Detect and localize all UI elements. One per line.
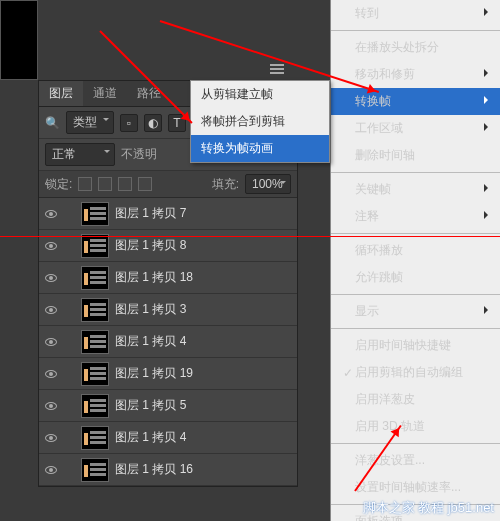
layer-thumbnail	[81, 330, 109, 354]
layer-name: 图层 1 拷贝 16	[115, 461, 297, 478]
separator	[331, 30, 500, 31]
submenu-flatten-frames[interactable]: 将帧拼合到剪辑	[191, 108, 329, 135]
frames-submenu: 从剪辑建立帧 将帧拼合到剪辑 转换为帧动画	[190, 80, 330, 163]
layer-name: 图层 1 拷贝 18	[115, 269, 297, 286]
layer-thumbnail	[81, 458, 109, 482]
layer-thumbnail	[81, 394, 109, 418]
layer-row[interactable]: 图层 1 拷贝 3	[39, 294, 297, 326]
visibility-eye-icon[interactable]	[39, 306, 63, 314]
document-canvas	[0, 0, 38, 80]
menu-enable-shortcuts[interactable]: 启用时间轴快捷键	[331, 332, 500, 359]
lock-label: 锁定:	[45, 176, 72, 193]
menu-delete-timeline[interactable]: 删除时间轴	[331, 142, 500, 169]
search-icon: 🔍	[45, 116, 60, 130]
layer-name: 图层 1 拷贝 3	[115, 301, 297, 318]
layer-thumbnail	[81, 362, 109, 386]
visibility-eye-icon[interactable]	[39, 370, 63, 378]
visibility-eye-icon[interactable]	[39, 274, 63, 282]
fill-value-dropdown[interactable]: 100%	[245, 174, 291, 194]
layer-thumbnail	[81, 426, 109, 450]
menu-split-playhead[interactable]: 在播放头处拆分	[331, 34, 500, 61]
layer-row[interactable]: 图层 1 拷贝 18	[39, 262, 297, 294]
watermark-text: 脚本之家 教程 jb51.net	[363, 499, 495, 517]
layer-name: 图层 1 拷贝 19	[115, 365, 297, 382]
fill-label: 填充:	[212, 176, 239, 193]
timeline-flyout-menu: 转到 在播放头处拆分 移动和修剪 转换帧 工作区域 删除时间轴 关键帧 注释 循…	[330, 0, 500, 521]
lock-position-icon[interactable]	[118, 177, 132, 191]
layer-name: 图层 1 拷贝 5	[115, 397, 297, 414]
tab-channels[interactable]: 通道	[83, 81, 127, 106]
submenu-make-frames[interactable]: 从剪辑建立帧	[191, 81, 329, 108]
separator	[331, 233, 500, 234]
menu-goto[interactable]: 转到	[331, 0, 500, 27]
menu-convert-frames[interactable]: 转换帧	[331, 88, 500, 115]
separator	[331, 443, 500, 444]
layer-thumbnail	[81, 202, 109, 226]
menu-loop[interactable]: 循环播放	[331, 237, 500, 264]
layer-row[interactable]: 图层 1 拷贝 5	[39, 390, 297, 422]
layer-name: 图层 1 拷贝 8	[115, 237, 297, 254]
visibility-eye-icon[interactable]	[39, 466, 63, 474]
menu-work-area[interactable]: 工作区域	[331, 115, 500, 142]
lock-all-icon[interactable]	[138, 177, 152, 191]
menu-onion-settings[interactable]: 洋葱皮设置...	[331, 447, 500, 474]
layer-name: 图层 1 拷贝 7	[115, 205, 297, 222]
menu-show[interactable]: 显示	[331, 298, 500, 325]
separator	[331, 328, 500, 329]
separator	[331, 172, 500, 173]
menu-enable-3d[interactable]: 启用 3D 轨道	[331, 413, 500, 440]
menu-keyframes[interactable]: 关键帧	[331, 176, 500, 203]
separator	[331, 294, 500, 295]
visibility-eye-icon[interactable]	[39, 210, 63, 218]
panel-flyout-button[interactable]	[270, 62, 290, 76]
opacity-label: 不透明	[121, 146, 157, 163]
visibility-eye-icon[interactable]	[39, 242, 63, 250]
visibility-eye-icon[interactable]	[39, 402, 63, 410]
menu-comments[interactable]: 注释	[331, 203, 500, 230]
layer-row[interactable]: 图层 1 拷贝 8	[39, 230, 297, 262]
filter-pixel-icon[interactable]: ▫	[120, 114, 138, 132]
layer-row[interactable]: 图层 1 拷贝 19	[39, 358, 297, 390]
menu-enable-onion[interactable]: 启用洋葱皮	[331, 386, 500, 413]
lock-transparency-icon[interactable]	[78, 177, 92, 191]
submenu-convert-frame-animation[interactable]: 转换为帧动画	[191, 135, 329, 162]
tab-layers[interactable]: 图层	[39, 81, 83, 106]
layer-thumbnail	[81, 298, 109, 322]
filter-kind-dropdown[interactable]: 类型	[66, 111, 114, 134]
layer-thumbnail	[81, 234, 109, 258]
layer-row[interactable]: 图层 1 拷贝 7	[39, 198, 297, 230]
layer-name: 图层 1 拷贝 4	[115, 429, 297, 446]
layer-row[interactable]: 图层 1 拷贝 4	[39, 422, 297, 454]
layers-list: 图层 1 拷贝 7图层 1 拷贝 8图层 1 拷贝 18图层 1 拷贝 3图层 …	[39, 198, 297, 486]
blend-mode-dropdown[interactable]: 正常	[45, 143, 115, 166]
layer-row[interactable]: 图层 1 拷贝 4	[39, 326, 297, 358]
layer-thumbnail	[81, 266, 109, 290]
menu-allow-skip[interactable]: 允许跳帧	[331, 264, 500, 291]
lock-row: 锁定: 填充: 100%	[39, 171, 297, 198]
menu-enable-autogroup[interactable]: ✓启用剪辑的自动编组	[331, 359, 500, 386]
visibility-eye-icon[interactable]	[39, 338, 63, 346]
annotation-line	[0, 236, 500, 237]
visibility-eye-icon[interactable]	[39, 434, 63, 442]
lock-pixels-icon[interactable]	[98, 177, 112, 191]
layer-row[interactable]: 图层 1 拷贝 16	[39, 454, 297, 486]
filter-adjust-icon[interactable]: ◐	[144, 114, 162, 132]
layer-name: 图层 1 拷贝 4	[115, 333, 297, 350]
